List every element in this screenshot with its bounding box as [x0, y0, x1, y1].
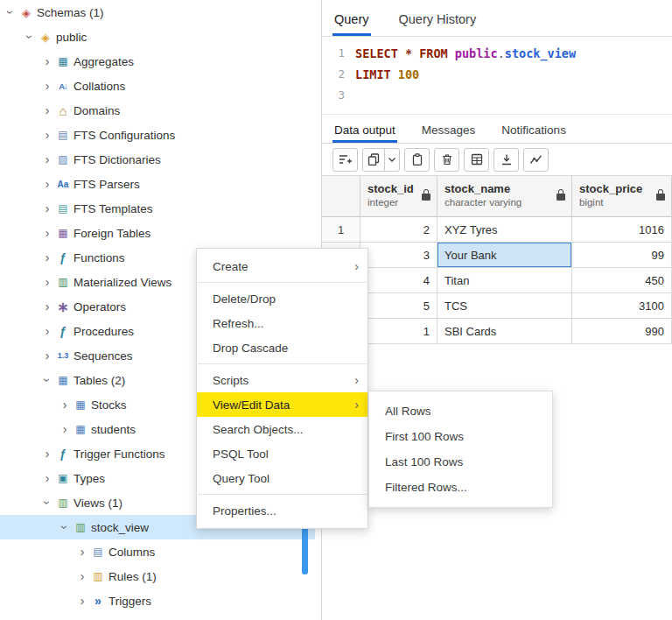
submenu-item-filtered-rows[interactable]: Filtered Rows... — [369, 475, 552, 500]
chevron-right-icon[interactable] — [58, 398, 72, 412]
chevron-down-icon[interactable] — [4, 5, 18, 19]
save-data-changes-button[interactable] — [464, 148, 489, 172]
tab-data-output[interactable]: Data output — [332, 118, 397, 142]
cell-stock-price[interactable]: 3100 — [572, 293, 672, 319]
query-tab-bar: Query Query History — [322, 0, 672, 37]
tree-item-fts-configurations[interactable]: FTS Configurations — [0, 123, 315, 147]
cell-stock-name[interactable]: XYZ Tyres — [438, 217, 572, 243]
tab-query-history[interactable]: Query History — [397, 12, 479, 36]
column-header-stock-id[interactable]: stock_id integer — [360, 176, 438, 217]
chevron-down-icon[interactable] — [23, 30, 37, 44]
menu-item-scripts[interactable]: Scripts — [197, 368, 368, 392]
chevron-right-icon[interactable] — [75, 545, 89, 559]
chevron-right-icon[interactable] — [40, 299, 54, 314]
chevron-down-icon[interactable] — [58, 520, 72, 534]
tree-item-rules[interactable]: Rules (1) — [0, 564, 315, 588]
menu-item-drop-cascade[interactable]: Drop Cascade — [197, 335, 368, 360]
tree-item-domains[interactable]: Domains — [0, 98, 315, 123]
menu-item-search-objects[interactable]: Search Objects... — [197, 417, 368, 441]
submenu-item-last-100-rows[interactable]: Last 100 Rows — [369, 449, 552, 475]
cell-stock-price[interactable]: 450 — [572, 268, 672, 293]
domains-icon — [54, 103, 72, 118]
tree-item-collations[interactable]: Collations — [0, 74, 315, 98]
chevron-down-icon[interactable] — [40, 496, 54, 510]
delete-button[interactable] — [434, 148, 459, 172]
submenu-arrow-icon — [354, 259, 359, 273]
row-number-cell[interactable]: 1 — [322, 217, 360, 243]
chevron-right-icon[interactable] — [40, 250, 54, 264]
data-output-grid: stock_id integer stock_name character va… — [322, 175, 672, 344]
chevron-right-icon[interactable] — [40, 79, 54, 93]
menu-item-psql-tool[interactable]: PSQL Tool — [197, 441, 368, 466]
menu-item-refresh[interactable]: Refresh... — [197, 311, 368, 335]
tree-item-public[interactable]: public — [0, 25, 315, 49]
functions-icon — [54, 250, 72, 264]
chevron-right-icon[interactable] — [75, 569, 89, 583]
tree-item-fts-templates[interactable]: FTS Templates — [0, 196, 315, 221]
menu-item-view-edit-data[interactable]: View/Edit Data — [197, 392, 368, 417]
tab-query[interactable]: Query — [332, 12, 371, 36]
tree-item-aggregates[interactable]: Aggregates — [0, 49, 315, 74]
paste-button[interactable] — [404, 148, 430, 172]
cell-stock-price[interactable]: 1016 — [572, 217, 672, 243]
submenu-item-all-rows[interactable]: All Rows — [369, 398, 552, 424]
chevron-right-icon[interactable] — [58, 422, 72, 436]
cell-stock-id[interactable]: 3 — [360, 243, 438, 268]
add-filter-rows-button[interactable] — [332, 148, 358, 172]
view-icon — [72, 521, 89, 533]
tab-notifications[interactable]: Notifications — [500, 118, 568, 142]
submenu-item-first-100-rows[interactable]: First 100 Rows — [369, 424, 552, 449]
collations-icon — [54, 81, 72, 91]
graph-visualiser-button[interactable] — [523, 148, 549, 172]
cell-stock-id[interactable]: 4 — [360, 268, 438, 293]
menu-item-properties[interactable]: Properties... — [197, 498, 368, 523]
cell-stock-id[interactable]: 2 — [360, 217, 438, 243]
sql-code-line-1: SELECT * FROM public.stock_view — [355, 43, 576, 64]
table-icon — [72, 398, 89, 411]
copy-split-button[interactable] — [362, 148, 400, 172]
cell-stock-price[interactable]: 99 — [572, 243, 672, 268]
cell-stock-price[interactable]: 990 — [572, 319, 672, 344]
cell-stock-name[interactable]: Titan — [438, 268, 572, 293]
tree-item-triggers[interactable]: Triggers — [0, 588, 315, 613]
tree-item-foreign-tables[interactable]: Foreign Tables — [0, 221, 315, 245]
chevron-right-icon[interactable] — [40, 471, 54, 485]
copy-options-dropdown[interactable] — [384, 149, 399, 171]
cell-stock-id[interactable]: 1 — [360, 319, 438, 344]
menu-item-create[interactable]: Create — [197, 254, 368, 278]
menu-item-query-tool[interactable]: Query Tool — [197, 466, 368, 490]
chevron-right-icon[interactable] — [40, 226, 54, 240]
chevron-right-icon[interactable] — [40, 275, 54, 289]
add-filter-rows-icon — [339, 153, 353, 166]
row-number-header[interactable] — [322, 176, 360, 217]
cell-stock-id[interactable]: 5 — [360, 293, 438, 319]
chevron-right-icon[interactable] — [40, 103, 54, 117]
cell-stock-name[interactable]: SBI Cards — [438, 319, 572, 344]
column-header-stock-name[interactable]: stock_name character varying — [438, 176, 572, 217]
chevron-right-icon[interactable] — [40, 447, 54, 461]
chevron-right-icon[interactable] — [40, 54, 54, 68]
chevron-right-icon[interactable] — [40, 128, 54, 142]
tree-item-fts-parsers[interactable]: FTS Parsers — [0, 172, 315, 196]
chevron-down-icon[interactable] — [40, 373, 54, 387]
tree-item-subscriptions[interactable]: Subscriptions — [0, 613, 315, 620]
chevron-right-icon[interactable] — [40, 349, 54, 363]
menu-item-delete-drop[interactable]: Delete/Drop — [197, 286, 368, 311]
tree-item-columns[interactable]: Columns — [0, 539, 315, 564]
table-row: 4 Titan 450 — [322, 268, 672, 293]
tree-item-fts-dictionaries[interactable]: FTS Dictionaries — [0, 147, 315, 172]
chevron-right-icon[interactable] — [40, 177, 54, 191]
chevron-right-icon[interactable] — [40, 324, 54, 338]
chevron-right-icon[interactable] — [40, 152, 54, 166]
chevron-right-icon[interactable] — [40, 201, 54, 215]
cell-stock-name[interactable]: TCS — [438, 293, 572, 319]
tab-messages[interactable]: Messages — [420, 118, 478, 142]
download-button[interactable] — [494, 148, 519, 172]
copy-button[interactable] — [363, 149, 384, 171]
lock-icon — [656, 194, 665, 201]
sql-editor[interactable]: 1 SELECT * FROM public.stock_view 2 LIMI… — [322, 37, 672, 115]
column-header-stock-price[interactable]: stock_price bigint — [572, 176, 672, 217]
chevron-right-icon[interactable] — [75, 594, 89, 608]
tree-item-schemas[interactable]: Schemas (1) — [0, 0, 315, 25]
cell-stock-name-selected[interactable]: Your Bank — [438, 243, 572, 268]
